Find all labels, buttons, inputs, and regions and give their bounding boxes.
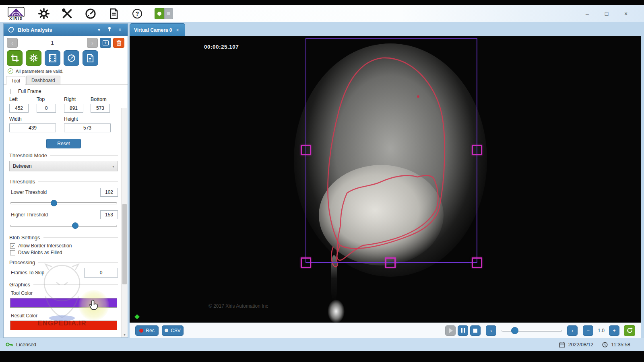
- draw-filled-row: Draw Blobs as Filled: [10, 250, 118, 255]
- playback-speed: 1.0: [598, 328, 605, 333]
- result-color-swatch[interactable]: [10, 321, 117, 330]
- processing-header: Processing: [9, 259, 118, 265]
- slider-thumb[interactable]: [72, 222, 78, 229]
- tools-button[interactable]: [60, 7, 74, 20]
- higher-threshold-field[interactable]: [100, 210, 118, 219]
- bottom-field[interactable]: [91, 104, 110, 113]
- right-field[interactable]: [64, 104, 83, 113]
- report-button[interactable]: [107, 7, 121, 20]
- step-forward-button[interactable]: ›: [567, 325, 578, 336]
- full-frame-checkbox[interactable]: [10, 89, 15, 94]
- status-bar: Licensed 2022/08/12 11:35:58: [0, 338, 644, 351]
- seek-track: [502, 330, 562, 332]
- tool-color-swatch[interactable]: [10, 298, 117, 308]
- settings-button[interactable]: [37, 7, 51, 20]
- reset-button[interactable]: Reset: [46, 139, 80, 148]
- width-field[interactable]: [9, 123, 56, 132]
- roi-crop-button[interactable]: [7, 50, 23, 66]
- stop-live-button[interactable]: [164, 8, 173, 19]
- scrollbar-thumb[interactable]: [122, 204, 127, 284]
- panel-close-button[interactable]: ×: [116, 27, 124, 33]
- tool-settings-button[interactable]: [26, 50, 41, 66]
- tool-settings-content: Full Frame Left Top Right Bottom Width H…: [4, 85, 128, 337]
- left-field[interactable]: [9, 104, 29, 113]
- prev-tool-button[interactable]: ‹: [7, 38, 18, 48]
- lower-threshold-label: Lower Threshold: [11, 189, 47, 195]
- tab-virtual-camera-0[interactable]: Virtual Camera 0 ×: [130, 23, 185, 36]
- height-field[interactable]: [64, 123, 111, 132]
- tool-color-label: Tool Color: [11, 290, 118, 296]
- top-field[interactable]: [37, 104, 56, 113]
- allow-border-label: Allow Border Intersection: [18, 243, 72, 249]
- roi-handle-bottom-right[interactable]: [472, 257, 482, 268]
- live-button[interactable]: [155, 8, 164, 19]
- next-tool-button[interactable]: ›: [87, 38, 98, 48]
- filmstrip-button[interactable]: [45, 50, 60, 66]
- camera-tab-close-button[interactable]: ×: [176, 27, 179, 33]
- lower-threshold-field[interactable]: [100, 188, 118, 197]
- threshold-mode-value: Between: [13, 163, 32, 169]
- blob-settings-header: Blob Settings: [9, 234, 118, 241]
- speed-up-button[interactable]: +: [609, 325, 619, 336]
- filmstrip-icon: [48, 54, 57, 63]
- validation-text: All parameters are valid.: [16, 69, 64, 74]
- pause-button[interactable]: [458, 325, 468, 336]
- datetime-status: 2022/08/12 11:35:58: [559, 342, 630, 348]
- seek-slider[interactable]: [502, 327, 562, 334]
- delete-tool-button[interactable]: [113, 38, 124, 48]
- loop-button[interactable]: [624, 325, 635, 336]
- record-button[interactable]: Rec: [135, 325, 159, 336]
- frames-to-skip-label: Frames To Skip: [11, 270, 44, 276]
- frames-to-skip-field[interactable]: [84, 268, 118, 278]
- playback-bar: Rec CSV ‹: [130, 323, 641, 338]
- dashboard-gauge-button[interactable]: [64, 50, 79, 66]
- bottom-letterbox: [0, 351, 644, 362]
- tab-tool[interactable]: Tool: [6, 76, 25, 85]
- roi-handle-bottom-left[interactable]: [301, 257, 311, 268]
- pin-icon[interactable]: [106, 27, 113, 33]
- scrollbar-down-arrow[interactable]: ▾: [122, 333, 128, 337]
- higher-threshold-label: Higher Threshold: [11, 212, 48, 218]
- roi-size-labels: Width Height: [9, 116, 118, 132]
- status-time: 11:35:58: [611, 342, 630, 348]
- draw-filled-checkbox[interactable]: [10, 250, 15, 255]
- stop-button[interactable]: [470, 325, 481, 336]
- maximize-button[interactable]: □: [601, 9, 612, 18]
- speed-down-button[interactable]: −: [583, 325, 593, 336]
- add-tool-button[interactable]: +: [100, 38, 111, 48]
- seek-thumb[interactable]: [511, 327, 518, 334]
- record-dot-icon: [139, 329, 143, 333]
- roi-top-edge[interactable]: [305, 38, 477, 39]
- width-label: Width: [9, 116, 64, 122]
- slider-thumb[interactable]: [51, 200, 57, 206]
- full-frame-label: Full Frame: [18, 88, 41, 94]
- step-back-button[interactable]: ‹: [486, 325, 496, 336]
- pause-icon: [461, 328, 465, 333]
- play-button[interactable]: [445, 325, 456, 336]
- app-window: XIRIS: [0, 0, 644, 362]
- minimize-button[interactable]: –: [582, 9, 592, 18]
- panel-header: Blob Analysis ▾ ×: [4, 24, 128, 36]
- lower-threshold-row: Lower Threshold: [11, 188, 118, 197]
- export-data-button[interactable]: [83, 50, 98, 66]
- status-date: 2022/08/12: [568, 342, 594, 348]
- panel-scrollbar[interactable]: ▾: [121, 108, 127, 337]
- help-button[interactable]: ?: [130, 7, 144, 20]
- close-button[interactable]: ×: [621, 9, 631, 18]
- crop-icon: [10, 54, 19, 63]
- allow-border-checkbox[interactable]: ✓: [10, 243, 15, 249]
- lower-threshold-slider[interactable]: [10, 200, 117, 206]
- tab-dashboard[interactable]: Dashboard: [26, 76, 60, 85]
- threshold-mode-select[interactable]: Between ▾: [9, 161, 118, 171]
- bottom-label: Bottom: [91, 97, 117, 102]
- roi-handle-right[interactable]: [472, 145, 482, 155]
- gauge-icon: [67, 53, 76, 63]
- csv-button[interactable]: CSV: [162, 325, 184, 336]
- frames-to-skip-row: Frames To Skip: [11, 268, 118, 278]
- roi-handle-bottom-center[interactable]: [385, 257, 396, 268]
- higher-threshold-slider[interactable]: [10, 222, 117, 229]
- trash-icon: [116, 40, 122, 46]
- panel-dropdown-button[interactable]: ▾: [95, 27, 103, 33]
- roi-handle-left[interactable]: [301, 145, 311, 155]
- performance-button[interactable]: [84, 7, 97, 20]
